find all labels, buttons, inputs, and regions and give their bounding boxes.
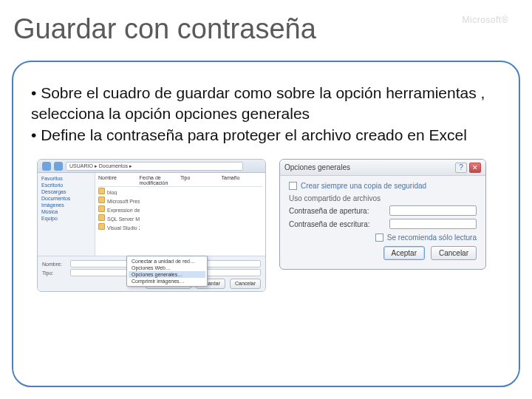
- nav-link[interactable]: Imágenes: [40, 202, 92, 208]
- saveas-toolbar: USUARIO ▸ Documentos ▸: [38, 160, 265, 173]
- accept-button[interactable]: Aceptar: [383, 246, 425, 260]
- window-controls-icon[interactable]: [246, 163, 261, 170]
- folder-icon: [98, 197, 105, 203]
- nav-link[interactable]: Música: [40, 208, 92, 215]
- bullet-1: • Sobre el cuadro de guardar como sobre …: [31, 83, 501, 125]
- screenshot-general-options: Opciones generales ? ✕ Crear siempre una…: [279, 159, 486, 270]
- forward-icon[interactable]: [54, 162, 63, 171]
- close-icon[interactable]: ✕: [469, 163, 481, 173]
- brand-logo: Microsoft®: [462, 15, 508, 25]
- saveas-navpane: Favoritos Escritorio Descargas Documento…: [38, 173, 95, 256]
- options-title: Opciones generales: [284, 163, 350, 171]
- filename-label: Nombre:: [42, 262, 67, 267]
- folder-icon: [98, 214, 105, 221]
- nav-link[interactable]: Descargas: [40, 188, 92, 195]
- readonly-checkbox[interactable]: Se recomienda sólo lectura: [289, 233, 477, 242]
- list-item[interactable]: Microsoft Press: [98, 196, 262, 205]
- menu-item[interactable]: Comprimir imágenes…: [129, 278, 205, 284]
- menu-item-general-options[interactable]: Opciones generales…: [129, 271, 205, 278]
- folder-icon: [98, 205, 105, 212]
- content-frame: • Sobre el cuadro de guardar como sobre …: [12, 61, 520, 387]
- nav-link[interactable]: Favoritos: [40, 175, 92, 182]
- screenshot-row: USUARIO ▸ Documentos ▸ Favoritos Escrito…: [31, 159, 501, 292]
- filetype-label: Tipo:: [42, 270, 67, 276]
- bullet-2: • Define la contraseña para proteger el …: [31, 125, 501, 146]
- section-label: Uso compartido de archivos: [289, 194, 477, 202]
- list-item[interactable]: Expression de Recursos Studio: [98, 205, 262, 214]
- nav-link[interactable]: Documentos: [40, 195, 92, 202]
- tools-menu: Conectar a unidad de red… Opciones Web… …: [126, 256, 208, 287]
- list-item[interactable]: Visual Studio 2005: [98, 222, 262, 231]
- folder-icon: [98, 223, 105, 230]
- screenshot-save-as: USUARIO ▸ Documentos ▸ Favoritos Escrito…: [37, 159, 266, 292]
- folder-icon: [98, 188, 105, 194]
- options-titlebar: Opciones generales ? ✕: [280, 160, 485, 176]
- list-item[interactable]: SQL Server Management Studio: [98, 214, 262, 222]
- slide: Guardar con contraseña Microsoft® • Sobr…: [0, 0, 532, 399]
- help-icon[interactable]: ?: [455, 163, 467, 173]
- saveas-file-list: Nombre Fecha de modificación Tipo Tamaño…: [95, 173, 265, 256]
- nav-link[interactable]: Equipo: [40, 215, 92, 222]
- open-password-label: Contraseña de apertura:: [289, 207, 385, 215]
- nav-link[interactable]: Escritorio: [40, 182, 92, 188]
- backup-checkbox[interactable]: Crear siempre una copia de seguridad: [289, 182, 477, 190]
- list-header: Nombre Fecha de modificación Tipo Tamaño: [98, 174, 262, 187]
- bullet-text: • Sobre el cuadro de guardar como sobre …: [31, 83, 501, 146]
- saveas-footer: Nombre: Tipo: Herramientas ▾ Guardar Can…: [38, 256, 265, 291]
- breadcrumb[interactable]: USUARIO ▸ Documentos ▸: [66, 162, 243, 171]
- checkbox-icon: [375, 233, 383, 242]
- write-password-field[interactable]: [389, 219, 477, 229]
- list-item[interactable]: blog: [98, 187, 262, 196]
- open-password-field[interactable]: [389, 205, 477, 216]
- menu-item[interactable]: Opciones Web…: [129, 265, 205, 271]
- page-title: Guardar con contraseña: [13, 13, 316, 45]
- checkbox-icon: [289, 182, 297, 190]
- write-password-label: Contraseña de escritura:: [289, 220, 385, 228]
- back-icon[interactable]: [42, 162, 51, 171]
- menu-item[interactable]: Conectar a unidad de red…: [129, 258, 205, 265]
- cancel-button[interactable]: Cancelar: [230, 279, 261, 289]
- cancel-button[interactable]: Cancelar: [431, 246, 477, 260]
